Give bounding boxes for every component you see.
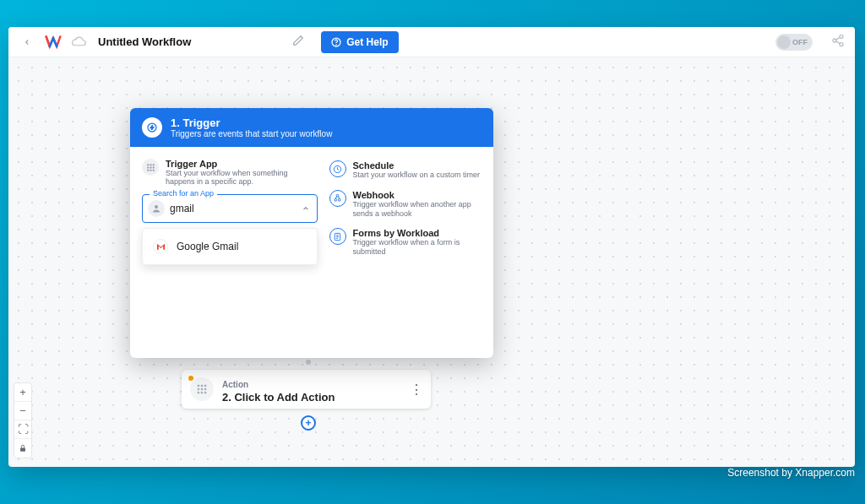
svg-rect-21 <box>152 166 154 168</box>
get-help-label: Get Help <box>346 36 388 48</box>
workflow-title[interactable]: Untitled Workflow <box>98 35 191 48</box>
svg-rect-9 <box>201 388 203 390</box>
svg-rect-24 <box>152 169 154 171</box>
app-logo <box>44 33 63 51</box>
svg-rect-10 <box>204 388 206 390</box>
share-button[interactable] <box>831 34 845 51</box>
app-frame: Untitled Workflow Get Help OFF Action 2.… <box>8 27 855 467</box>
app-search-dropdown: Google Gmail <box>142 228 318 265</box>
app-search-label: Search for an App <box>150 189 217 198</box>
app-search-field[interactable]: Search for an App <box>142 194 318 223</box>
svg-rect-13 <box>204 392 206 393</box>
option-desc: Start your workflow on a custom timer <box>353 171 481 180</box>
clock-icon <box>329 160 346 177</box>
option-title: Forms by Workload <box>353 228 481 238</box>
svg-rect-19 <box>147 166 149 168</box>
modal-header: 1. Trigger Triggers are events that star… <box>130 108 493 147</box>
zoom-controls: + − ⛶ <box>14 382 32 458</box>
workflow-toggle[interactable]: OFF <box>775 34 813 51</box>
connector-stub <box>306 360 311 365</box>
cloud-sync-icon <box>71 36 86 48</box>
get-help-button[interactable]: Get Help <box>321 31 398 53</box>
dropdown-item-label: Google Gmail <box>177 241 238 252</box>
action-step-text: Action 2. Click to Add Action <box>222 376 335 404</box>
trigger-app-desc: Start your workflow when something happe… <box>166 169 318 186</box>
webhook-icon <box>329 190 346 207</box>
modal-body: Trigger App Start your workflow when som… <box>130 147 493 277</box>
svg-point-2 <box>840 35 843 38</box>
svg-rect-14 <box>20 448 25 452</box>
modal-subtitle: Triggers are events that start your work… <box>171 129 332 138</box>
svg-rect-23 <box>150 169 151 171</box>
trigger-config-modal: 1. Trigger Triggers are events that star… <box>130 108 493 358</box>
svg-point-4 <box>840 42 843 46</box>
edit-title-button[interactable] <box>292 35 304 50</box>
trigger-bolt-icon <box>142 117 162 138</box>
option-title: Webhook <box>353 190 481 200</box>
person-icon <box>148 200 165 217</box>
svg-rect-6 <box>201 385 203 387</box>
action-menu-button[interactable]: ⋮ <box>410 382 422 398</box>
apps-grid-icon <box>142 159 159 176</box>
action-kicker: Action <box>222 380 248 389</box>
trigger-option-schedule[interactable]: Schedule Start your workflow on a custom… <box>329 159 481 182</box>
dropdown-item-google-gmail[interactable]: Google Gmail <box>143 232 317 261</box>
workflow-canvas[interactable]: Action 2. Click to Add Action ⋮ + + − ⛶ … <box>8 57 855 467</box>
action-title: 2. Click to Add Action <box>222 391 335 404</box>
trigger-option-webhook[interactable]: Webhook Trigger workflow when another ap… <box>329 188 481 220</box>
svg-rect-16 <box>147 164 149 165</box>
svg-point-3 <box>833 39 836 42</box>
trigger-app-section: Trigger App Start your workflow when som… <box>142 159 318 186</box>
svg-rect-8 <box>198 388 199 390</box>
gmail-icon <box>153 239 168 254</box>
svg-rect-5 <box>198 385 199 387</box>
svg-rect-12 <box>201 392 203 393</box>
svg-point-25 <box>155 205 158 209</box>
fit-view-button[interactable]: ⛶ <box>14 420 31 439</box>
form-icon <box>329 228 346 245</box>
option-desc: Trigger workflow when another app sends … <box>353 200 481 219</box>
watermark-text: Screenshot by Xnapper.com <box>727 467 855 479</box>
svg-point-28 <box>338 199 340 202</box>
trigger-option-forms[interactable]: Forms by Workload Trigger workflow when … <box>329 226 481 258</box>
trigger-app-title: Trigger App <box>166 159 318 169</box>
modal-title: 1. Trigger <box>171 117 332 129</box>
svg-rect-11 <box>198 392 199 393</box>
lock-view-button[interactable] <box>14 439 31 458</box>
svg-rect-17 <box>150 164 151 165</box>
action-step-card[interactable]: Action 2. Click to Add Action ⋮ <box>182 370 431 409</box>
option-desc: Trigger workflow when a form is submitte… <box>353 238 481 257</box>
action-step-icon <box>190 377 214 401</box>
svg-rect-20 <box>150 166 151 168</box>
chevron-up-icon[interactable] <box>302 201 310 216</box>
svg-rect-18 <box>152 164 154 165</box>
add-step-button[interactable]: + <box>301 415 316 431</box>
svg-rect-22 <box>147 169 149 171</box>
svg-rect-7 <box>204 385 206 387</box>
svg-point-27 <box>335 199 337 202</box>
zoom-in-button[interactable]: + <box>14 383 31 402</box>
back-button[interactable] <box>19 34 35 51</box>
zoom-out-button[interactable]: − <box>14 402 31 420</box>
top-bar: Untitled Workflow Get Help OFF <box>8 27 855 57</box>
svg-point-1 <box>336 44 337 45</box>
option-title: Schedule <box>353 160 481 171</box>
app-search-input[interactable] <box>170 203 310 214</box>
